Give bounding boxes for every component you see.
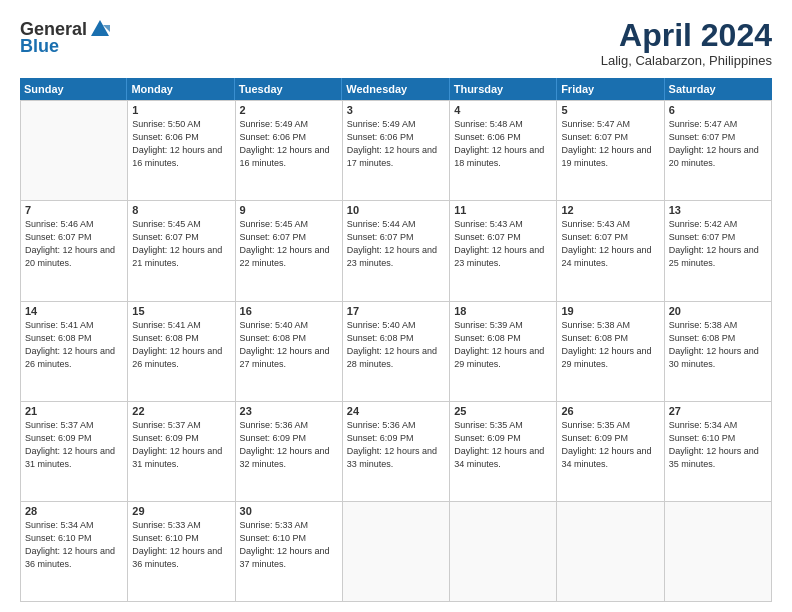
calendar-cell: [21, 101, 128, 201]
calendar-cell: 27Sunrise: 5:34 AMSunset: 6:10 PMDayligh…: [665, 402, 772, 502]
day-number: 28: [25, 505, 123, 517]
calendar-cell: 17Sunrise: 5:40 AMSunset: 6:08 PMDayligh…: [343, 302, 450, 402]
day-number: 29: [132, 505, 230, 517]
sun-info: Sunrise: 5:45 AMSunset: 6:07 PMDaylight:…: [240, 218, 338, 270]
logo: General Blue: [20, 18, 111, 57]
calendar-cell: 29Sunrise: 5:33 AMSunset: 6:10 PMDayligh…: [128, 502, 235, 602]
sun-info: Sunrise: 5:38 AMSunset: 6:08 PMDaylight:…: [561, 319, 659, 371]
calendar-cell: [450, 502, 557, 602]
calendar: SundayMondayTuesdayWednesdayThursdayFrid…: [20, 78, 772, 602]
calendar-cell: 1Sunrise: 5:50 AMSunset: 6:06 PMDaylight…: [128, 101, 235, 201]
header: General Blue April 2024 Lalig, Calabarzo…: [20, 18, 772, 68]
sun-info: Sunrise: 5:49 AMSunset: 6:06 PMDaylight:…: [240, 118, 338, 170]
sun-info: Sunrise: 5:40 AMSunset: 6:08 PMDaylight:…: [347, 319, 445, 371]
calendar-cell: 26Sunrise: 5:35 AMSunset: 6:09 PMDayligh…: [557, 402, 664, 502]
sun-info: Sunrise: 5:44 AMSunset: 6:07 PMDaylight:…: [347, 218, 445, 270]
calendar-cell: [343, 502, 450, 602]
calendar-row: 14Sunrise: 5:41 AMSunset: 6:08 PMDayligh…: [21, 302, 772, 402]
calendar-cell: 13Sunrise: 5:42 AMSunset: 6:07 PMDayligh…: [665, 201, 772, 301]
calendar-cell: 5Sunrise: 5:47 AMSunset: 6:07 PMDaylight…: [557, 101, 664, 201]
calendar-cell: 15Sunrise: 5:41 AMSunset: 6:08 PMDayligh…: [128, 302, 235, 402]
calendar-row: 1Sunrise: 5:50 AMSunset: 6:06 PMDaylight…: [21, 101, 772, 201]
day-number: 30: [240, 505, 338, 517]
calendar-cell: 18Sunrise: 5:39 AMSunset: 6:08 PMDayligh…: [450, 302, 557, 402]
weekday-header: Saturday: [665, 78, 772, 100]
day-number: 12: [561, 204, 659, 216]
sun-info: Sunrise: 5:35 AMSunset: 6:09 PMDaylight:…: [561, 419, 659, 471]
day-number: 24: [347, 405, 445, 417]
weekday-header: Friday: [557, 78, 664, 100]
calendar-cell: 20Sunrise: 5:38 AMSunset: 6:08 PMDayligh…: [665, 302, 772, 402]
calendar-cell: 7Sunrise: 5:46 AMSunset: 6:07 PMDaylight…: [21, 201, 128, 301]
day-number: 3: [347, 104, 445, 116]
sun-info: Sunrise: 5:40 AMSunset: 6:08 PMDaylight:…: [240, 319, 338, 371]
calendar-cell: 8Sunrise: 5:45 AMSunset: 6:07 PMDaylight…: [128, 201, 235, 301]
logo-blue-text: Blue: [20, 36, 59, 57]
sun-info: Sunrise: 5:33 AMSunset: 6:10 PMDaylight:…: [240, 519, 338, 571]
title-section: April 2024 Lalig, Calabarzon, Philippine…: [601, 18, 772, 68]
sun-info: Sunrise: 5:46 AMSunset: 6:07 PMDaylight:…: [25, 218, 123, 270]
day-number: 23: [240, 405, 338, 417]
calendar-cell: 21Sunrise: 5:37 AMSunset: 6:09 PMDayligh…: [21, 402, 128, 502]
weekday-header: Wednesday: [342, 78, 449, 100]
sun-info: Sunrise: 5:38 AMSunset: 6:08 PMDaylight:…: [669, 319, 767, 371]
sun-info: Sunrise: 5:37 AMSunset: 6:09 PMDaylight:…: [25, 419, 123, 471]
calendar-cell: 22Sunrise: 5:37 AMSunset: 6:09 PMDayligh…: [128, 402, 235, 502]
month-title: April 2024: [601, 18, 772, 53]
sun-info: Sunrise: 5:37 AMSunset: 6:09 PMDaylight:…: [132, 419, 230, 471]
calendar-row: 7Sunrise: 5:46 AMSunset: 6:07 PMDaylight…: [21, 201, 772, 301]
sun-info: Sunrise: 5:43 AMSunset: 6:07 PMDaylight:…: [454, 218, 552, 270]
day-number: 19: [561, 305, 659, 317]
day-number: 21: [25, 405, 123, 417]
sun-info: Sunrise: 5:48 AMSunset: 6:06 PMDaylight:…: [454, 118, 552, 170]
calendar-cell: 2Sunrise: 5:49 AMSunset: 6:06 PMDaylight…: [236, 101, 343, 201]
sun-info: Sunrise: 5:39 AMSunset: 6:08 PMDaylight:…: [454, 319, 552, 371]
day-number: 2: [240, 104, 338, 116]
sun-info: Sunrise: 5:41 AMSunset: 6:08 PMDaylight:…: [132, 319, 230, 371]
day-number: 13: [669, 204, 767, 216]
day-number: 7: [25, 204, 123, 216]
weekday-header: Monday: [127, 78, 234, 100]
sun-info: Sunrise: 5:36 AMSunset: 6:09 PMDaylight:…: [347, 419, 445, 471]
calendar-page: General Blue April 2024 Lalig, Calabarzo…: [0, 0, 792, 612]
sun-info: Sunrise: 5:43 AMSunset: 6:07 PMDaylight:…: [561, 218, 659, 270]
day-number: 5: [561, 104, 659, 116]
calendar-cell: 12Sunrise: 5:43 AMSunset: 6:07 PMDayligh…: [557, 201, 664, 301]
day-number: 11: [454, 204, 552, 216]
sun-info: Sunrise: 5:47 AMSunset: 6:07 PMDaylight:…: [561, 118, 659, 170]
day-number: 8: [132, 204, 230, 216]
location: Lalig, Calabarzon, Philippines: [601, 53, 772, 68]
calendar-cell: 25Sunrise: 5:35 AMSunset: 6:09 PMDayligh…: [450, 402, 557, 502]
day-number: 9: [240, 204, 338, 216]
sun-info: Sunrise: 5:35 AMSunset: 6:09 PMDaylight:…: [454, 419, 552, 471]
day-number: 22: [132, 405, 230, 417]
day-number: 25: [454, 405, 552, 417]
calendar-cell: 14Sunrise: 5:41 AMSunset: 6:08 PMDayligh…: [21, 302, 128, 402]
calendar-cell: 30Sunrise: 5:33 AMSunset: 6:10 PMDayligh…: [236, 502, 343, 602]
day-number: 17: [347, 305, 445, 317]
sun-info: Sunrise: 5:33 AMSunset: 6:10 PMDaylight:…: [132, 519, 230, 571]
calendar-cell: 9Sunrise: 5:45 AMSunset: 6:07 PMDaylight…: [236, 201, 343, 301]
sun-info: Sunrise: 5:34 AMSunset: 6:10 PMDaylight:…: [25, 519, 123, 571]
day-number: 1: [132, 104, 230, 116]
logo-icon: [89, 18, 111, 40]
calendar-cell: [665, 502, 772, 602]
day-number: 27: [669, 405, 767, 417]
calendar-cell: 10Sunrise: 5:44 AMSunset: 6:07 PMDayligh…: [343, 201, 450, 301]
weekday-header: Thursday: [450, 78, 557, 100]
day-number: 6: [669, 104, 767, 116]
sun-info: Sunrise: 5:34 AMSunset: 6:10 PMDaylight:…: [669, 419, 767, 471]
day-number: 14: [25, 305, 123, 317]
day-number: 15: [132, 305, 230, 317]
calendar-cell: 16Sunrise: 5:40 AMSunset: 6:08 PMDayligh…: [236, 302, 343, 402]
calendar-header: SundayMondayTuesdayWednesdayThursdayFrid…: [20, 78, 772, 100]
sun-info: Sunrise: 5:41 AMSunset: 6:08 PMDaylight:…: [25, 319, 123, 371]
calendar-cell: 23Sunrise: 5:36 AMSunset: 6:09 PMDayligh…: [236, 402, 343, 502]
calendar-cell: 6Sunrise: 5:47 AMSunset: 6:07 PMDaylight…: [665, 101, 772, 201]
day-number: 10: [347, 204, 445, 216]
sun-info: Sunrise: 5:42 AMSunset: 6:07 PMDaylight:…: [669, 218, 767, 270]
sun-info: Sunrise: 5:45 AMSunset: 6:07 PMDaylight:…: [132, 218, 230, 270]
sun-info: Sunrise: 5:36 AMSunset: 6:09 PMDaylight:…: [240, 419, 338, 471]
sun-info: Sunrise: 5:50 AMSunset: 6:06 PMDaylight:…: [132, 118, 230, 170]
day-number: 4: [454, 104, 552, 116]
